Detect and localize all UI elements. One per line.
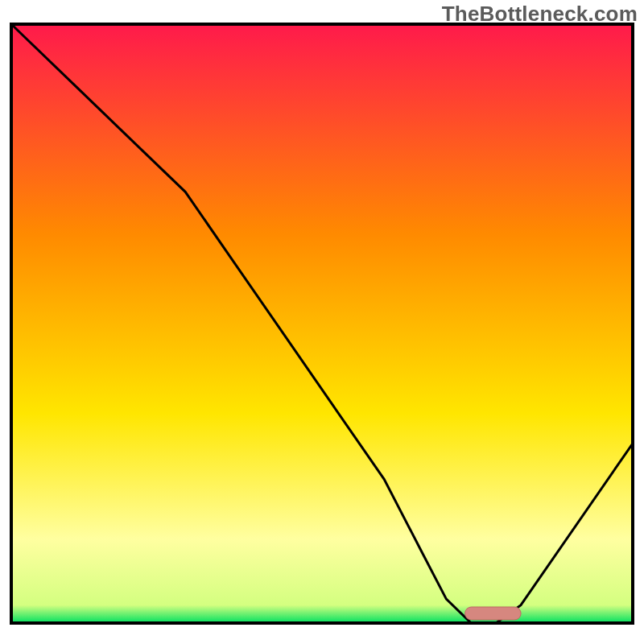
plot-area [11,24,633,623]
bottleneck-chart [0,0,644,644]
optimal-range-marker [465,607,522,620]
chart-container: { "watermark": "TheBottleneck.com", "col… [0,0,644,644]
